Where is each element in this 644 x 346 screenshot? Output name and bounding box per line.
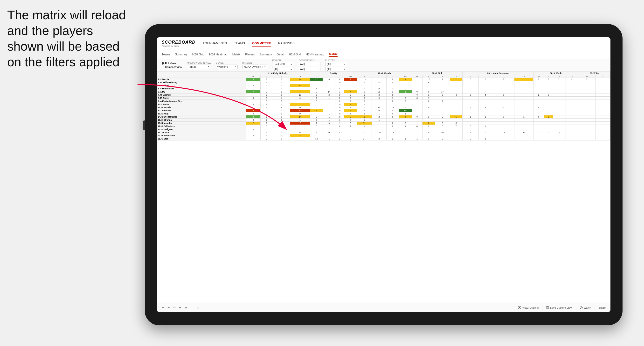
max-players-select[interactable]: Top 25 ▼ — [187, 65, 211, 69]
watch-button[interactable]: Watch — [580, 306, 591, 309]
refresh-button[interactable]: ⟲ — [173, 306, 176, 309]
gender-arrow: ▼ — [234, 66, 236, 68]
view-original-button[interactable]: View: Original — [518, 306, 538, 309]
matrix-content[interactable]: 2. M Kelly Mulcahy 6. A Dy 11. G Woods 2… — [157, 72, 610, 303]
cell-14-25 — [596, 122, 610, 125]
cell-9-13: 0 — [422, 106, 435, 109]
cell-8-16 — [462, 103, 479, 106]
conference-sub-arrow: ▼ — [317, 68, 319, 70]
nav-committee[interactable]: COMMITTEE — [252, 40, 271, 46]
cell-15-19 — [514, 125, 534, 128]
sub-nav-h2h-grid[interactable]: H2H Grid — [192, 52, 204, 57]
cell-17-15: 2 — [450, 131, 462, 134]
cell-8-17 — [479, 103, 492, 106]
cell-4-6: 1 — [336, 90, 344, 93]
cell-7-14: 1 — [435, 100, 450, 103]
cell-10-18 — [492, 109, 514, 112]
cell-2-13 — [422, 84, 435, 87]
region-select[interactable]: East - DII ▼ — [272, 62, 294, 66]
sub-nav-matrix2[interactable]: Matrix — [329, 52, 338, 57]
cell-14-8: 11 — [357, 122, 372, 125]
redo-button[interactable]: ↪ — [168, 306, 170, 309]
cell-16-5 — [323, 128, 336, 131]
cell-18-9 — [372, 134, 386, 137]
cell-0-15: 1 — [450, 78, 462, 81]
cell-9-6: 0 — [336, 106, 344, 109]
table-row: 1. J Garcia310027301-1110111011306130112… — [157, 78, 610, 81]
sub-nav-h2h-grid2[interactable]: H2H Grid — [289, 52, 301, 57]
players-sub-select[interactable]: (All) ▼ — [325, 67, 347, 71]
settings-button[interactable]: ⊙ — [197, 306, 199, 309]
full-view-radio[interactable]: Full View — [162, 62, 182, 65]
table-row: 2. M Kelly Mulcahy0704010100501403516046 — [157, 81, 610, 84]
reset-zoom-button[interactable]: — — [190, 306, 193, 309]
cell-1-8: 1 — [357, 81, 372, 84]
cell-1-25 — [596, 81, 610, 84]
cell-19-5: 1 — [323, 137, 336, 141]
cell-2-6 — [336, 84, 344, 87]
zoom-out-button[interactable]: ⊖ — [185, 306, 187, 309]
table-row: 9. A Maria Jimenez Rios100101020102101 — [157, 100, 610, 103]
cell-6-14 — [435, 97, 450, 100]
zoom-in-button[interactable]: ⊕ — [179, 306, 181, 309]
sub-nav-summary2[interactable]: Summary — [260, 52, 272, 57]
cell-16-2: 11 — [273, 128, 290, 131]
cell-9-15: 17 — [450, 106, 462, 109]
sub-nav-h2h-heatmap[interactable]: H2H Heatmap — [209, 52, 228, 57]
share-button[interactable]: Share — [599, 306, 606, 309]
cell-16-7 — [344, 128, 357, 131]
players-select[interactable]: (All) ▼ — [325, 62, 347, 66]
conference-sub-select[interactable]: (All) ▼ — [299, 67, 320, 71]
conference-select[interactable]: (All) ▼ — [299, 62, 320, 66]
cell-2-17 — [479, 84, 492, 87]
cell-15-23 — [566, 125, 578, 128]
division-select[interactable]: NCAA Division II ▼ — [242, 65, 268, 69]
undo-button[interactable]: ↩ — [162, 306, 164, 309]
cell-2-7 — [344, 84, 357, 87]
cell-16-4 — [310, 128, 323, 131]
sub-nav-matrix[interactable]: Matrix — [232, 52, 240, 57]
sh-d4: Dif — [450, 75, 462, 78]
cell-11-3: 0 — [290, 112, 310, 115]
conference-label: Conference — [299, 59, 320, 61]
compact-view-radio[interactable]: Compact View — [162, 66, 182, 68]
sub-nav-summary[interactable]: Summary — [175, 52, 187, 57]
nav-rankings[interactable]: RANKINGS — [278, 40, 294, 46]
sh-d5: Dif — [514, 75, 534, 78]
sub-nav-teams[interactable]: Teams — [162, 52, 170, 57]
cell-7-17 — [479, 100, 492, 103]
cell-5-5: 2 — [323, 93, 336, 97]
cell-11-23 — [566, 112, 578, 115]
save-custom-view-button[interactable]: Save Custom View — [546, 306, 572, 309]
cell-9-2: 4 — [273, 106, 290, 109]
table-row: 6. A Dy701401414025110017 — [157, 90, 610, 93]
cell-11-12 — [412, 112, 422, 115]
cell-3-8: 0 — [357, 87, 372, 90]
region-sub-select[interactable]: (All) ▼ — [272, 67, 294, 71]
cell-2-20 — [534, 84, 544, 87]
cell-8-19 — [514, 103, 534, 106]
cell-16-20 — [534, 128, 544, 131]
nav-teams[interactable]: TEAMS — [234, 40, 245, 46]
cell-19-0: 4 — [246, 137, 260, 141]
cell-15-10: 0 — [386, 125, 399, 128]
sub-nav-detail[interactable]: Detail — [277, 52, 284, 57]
cell-16-8 — [357, 128, 372, 131]
cell-13-16 — [462, 119, 479, 122]
nav-tournaments[interactable]: TOURNAMENTS — [203, 40, 227, 46]
cell-2-18 — [492, 84, 514, 87]
cell-9-20: 4 — [534, 106, 544, 109]
cell-17-24: 2 — [578, 131, 596, 134]
cell-7-3: 1 — [290, 100, 310, 103]
cell-0-18: 6 — [492, 78, 514, 81]
cell-17-11: 0 — [399, 131, 412, 134]
cell-19-12: 1 — [412, 137, 422, 141]
cell-14-4: 1 — [310, 122, 323, 125]
cell-19-8: 14 — [357, 137, 372, 141]
sub-nav-h2h-heatmap2[interactable]: H2H Heatmap — [306, 52, 324, 57]
sh-l6: L — [544, 75, 553, 78]
sub-nav-players[interactable]: Players — [245, 52, 254, 57]
cell-0-7: 1 — [344, 78, 357, 81]
cell-4-13: 0 — [422, 90, 435, 93]
gender-select[interactable]: Women's ▼ — [216, 65, 238, 69]
